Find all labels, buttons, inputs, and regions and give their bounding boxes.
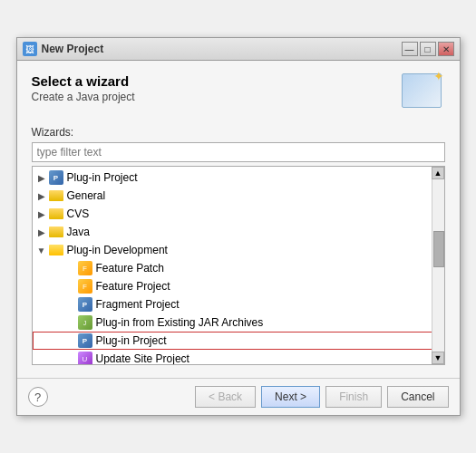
folder-open-icon	[49, 245, 63, 255]
window-title: New Project	[42, 43, 104, 55]
expand-spacer	[65, 353, 76, 364]
expand-icon: ▼	[36, 245, 47, 255]
folder-icon	[49, 208, 63, 219]
finish-button[interactable]: Finish	[325, 386, 382, 408]
expand-spacer	[65, 299, 76, 310]
scroll-up-button[interactable]: ▲	[432, 167, 444, 179]
expand-icon: ▶	[36, 172, 47, 183]
tree-item-label: Fragment Project	[96, 298, 180, 311]
tree-item-label: Feature Project	[96, 280, 170, 293]
wizard-tree[interactable]: ▶ P Plug-in Project ▶ General ▶ CVS	[32, 166, 445, 365]
minimize-button[interactable]: —	[402, 42, 418, 56]
tree-item-label: Update Site Project	[96, 352, 189, 364]
plugin-icon: P	[78, 297, 92, 312]
expand-spacer	[65, 317, 76, 328]
dialog-bottom-bar: ? < Back Next > Finish Cancel	[17, 378, 460, 415]
tree-item-label: Java	[67, 226, 90, 238]
expand-spacer	[65, 281, 76, 292]
tree-item-cvs[interactable]: ▶ CVS	[33, 205, 444, 223]
cancel-button[interactable]: Cancel	[387, 386, 448, 408]
tree-item-feature-patch[interactable]: F Feature Patch	[33, 259, 444, 277]
jar-icon: J	[78, 315, 92, 330]
tree-item-label: CVS	[67, 207, 90, 220]
expand-spacer	[65, 335, 76, 346]
action-buttons: < Back Next > Finish Cancel	[195, 386, 448, 408]
expand-icon: ▶	[36, 226, 47, 237]
tree-item-plugin-development[interactable]: ▼ Plug-in Development	[33, 241, 444, 259]
title-buttons: — □ ✕	[402, 42, 454, 56]
tree-item-general[interactable]: ▶ General	[33, 187, 444, 205]
wizard-graphic	[402, 73, 442, 108]
update-icon: U	[78, 352, 92, 364]
tree-scrollbar[interactable]: ▲ ▼	[432, 167, 444, 364]
section-subtitle: Create a Java project	[32, 91, 135, 103]
expand-spacer	[65, 263, 76, 274]
feature-icon: F	[78, 279, 92, 294]
filter-input[interactable]	[32, 142, 445, 162]
tree-item-feature-project[interactable]: F Feature Project	[33, 277, 444, 295]
plugin-icon: P	[78, 333, 92, 348]
header-icon	[402, 73, 445, 117]
plugin-icon: P	[49, 170, 63, 185]
help-button[interactable]: ?	[28, 387, 48, 407]
scroll-down-button[interactable]: ▼	[432, 352, 444, 364]
expand-icon: ▶	[36, 208, 47, 219]
scrollbar-track	[432, 179, 444, 352]
next-button[interactable]: Next >	[261, 386, 320, 408]
feature-icon: F	[78, 261, 92, 275]
tree-item-plugin-from-jar[interactable]: J Plug-in from Existing JAR Archives	[33, 313, 444, 332]
folder-icon	[49, 190, 63, 201]
tree-item-label: Plug-in Development	[67, 244, 168, 256]
header-section: Select a wizard Create a Java project	[32, 73, 445, 117]
tree-item-fragment-project[interactable]: P Fragment Project	[33, 295, 444, 313]
title-bar: 🖼 New Project — □ ✕	[17, 38, 460, 61]
tree-scroll: ▶ P Plug-in Project ▶ General ▶ CVS	[33, 167, 444, 364]
tree-item-update-site[interactable]: U Update Site Project	[33, 350, 444, 364]
expand-icon: ▶	[36, 190, 47, 201]
folder-icon	[49, 226, 63, 237]
wizards-label: Wizards:	[32, 126, 445, 139]
tree-item-plugin-project-selected[interactable]: P Plug-in Project	[33, 332, 444, 350]
close-button[interactable]: ✕	[438, 42, 454, 56]
tree-item-label: Plug-in Project	[67, 171, 138, 184]
tree-item-label: Feature Patch	[96, 262, 164, 275]
maximize-button[interactable]: □	[420, 42, 436, 56]
dialog-content: Select a wizard Create a Java project Wi…	[17, 61, 460, 378]
tree-item-label: Plug-in Project	[96, 334, 167, 347]
window-icon: 🖼	[23, 42, 37, 56]
tree-item-java[interactable]: ▶ Java	[33, 223, 444, 241]
new-project-dialog: 🖼 New Project — □ ✕ Select a wizard Crea…	[16, 37, 461, 416]
header-text: Select a wizard Create a Java project	[32, 73, 135, 103]
tree-item-label: Plug-in from Existing JAR Archives	[96, 316, 264, 329]
back-button[interactable]: < Back	[195, 386, 256, 408]
section-title: Select a wizard	[32, 73, 135, 89]
title-bar-left: 🖼 New Project	[23, 42, 104, 56]
tree-item-label: General	[67, 189, 106, 202]
scrollbar-thumb[interactable]	[433, 231, 444, 267]
tree-item-plugin-project-root[interactable]: ▶ P Plug-in Project	[33, 169, 444, 187]
